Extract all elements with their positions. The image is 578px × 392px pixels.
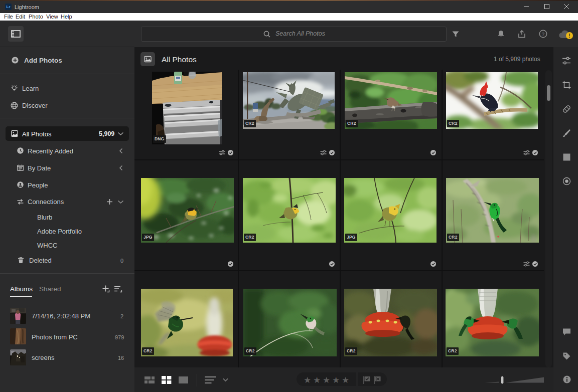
svg-text:!: !	[568, 33, 570, 39]
svg-text:?: ?	[542, 31, 544, 37]
